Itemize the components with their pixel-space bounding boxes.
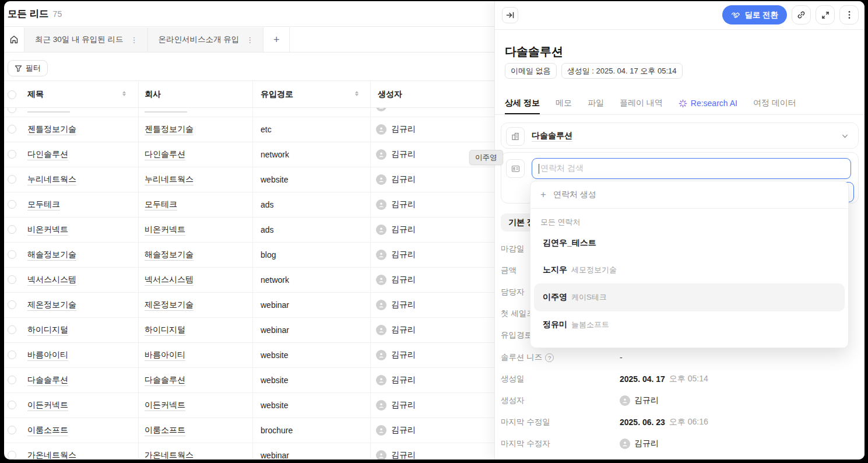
row-checkbox[interactable]	[8, 225, 16, 234]
table-row[interactable]: 다인솔루션다인솔루션network김규리	[4, 142, 529, 167]
contact-option-highlighted[interactable]: 이주영 케이S테크	[534, 283, 845, 311]
table-row[interactable]: 하이디지털하이디지털webinar김규리	[4, 318, 529, 343]
column-header-channel[interactable]: 유입경로	[261, 89, 293, 100]
tab-journey-data[interactable]: 여정 데이터	[753, 92, 796, 114]
copy-link-button[interactable]	[792, 5, 811, 24]
table-row[interactable]: 모두테크모두테크ads김규리	[4, 192, 529, 218]
create-contact-option[interactable]: + 연락처 생성	[530, 181, 848, 209]
table-row[interactable]: 가온네트웍스가온네트웍스webinar김규리	[4, 443, 529, 460]
lead-company-link[interactable]: 모두테크	[145, 199, 177, 209]
sort-icon[interactable]	[122, 91, 126, 96]
lead-title-link[interactable]: 비온커넥트	[27, 225, 68, 234]
tab-research-ai[interactable]: Re:search AI	[679, 92, 737, 114]
lead-title-link[interactable]: 가온네트웍스	[27, 450, 76, 460]
lead-company-link[interactable]: 넥서스시스템	[145, 275, 194, 284]
table-row-clipped[interactable]	[4, 108, 529, 117]
lead-company-link[interactable]: 제온정보기술	[145, 300, 194, 309]
lead-company-link[interactable]: 비온커넥트	[145, 225, 185, 234]
add-view-button[interactable]: +	[263, 27, 290, 52]
lead-company-link[interactable]: 젠틀정보기술	[145, 124, 194, 134]
column-header-title[interactable]: 제목	[27, 89, 44, 100]
row-checkbox[interactable]	[8, 275, 16, 284]
lead-title-link[interactable]: 다솔솔루션	[27, 375, 68, 384]
lead-title-link[interactable]: 하이디지털	[27, 325, 68, 334]
lead-channel: etc	[261, 125, 272, 134]
row-checkbox[interactable]	[8, 350, 16, 359]
expand-button[interactable]	[816, 5, 835, 24]
field-label: 생성일	[501, 374, 620, 384]
lead-title-link[interactable]: 누리네트웍스	[27, 174, 76, 184]
convert-to-deal-button[interactable]: 딜로 전환	[722, 5, 787, 24]
table-row[interactable]: 이룸소프트이룸소프트brochure김규리	[4, 418, 529, 443]
view-tab-recent-leads[interactable]: 최근 30일 내 유입된 리드 ⋮	[24, 27, 148, 52]
lead-company-link[interactable]: 하이디지털	[145, 325, 185, 334]
tab-play-history[interactable]: 플레이 내역	[620, 92, 663, 114]
row-checkbox[interactable]	[8, 150, 16, 159]
view-tab-label: 최근 30일 내 유입된 리드	[35, 34, 124, 45]
tab-details[interactable]: 상세 정보	[505, 92, 540, 114]
tab-files[interactable]: 파일	[588, 92, 604, 114]
table-row[interactable]: 바름아이티바름아이티website김규리	[4, 343, 529, 368]
lead-company-link[interactable]: 가온네트웍스	[145, 450, 194, 460]
home-view-tab[interactable]	[4, 27, 24, 52]
contact-option[interactable]: 노지우 세모정보기술	[530, 257, 848, 283]
contact-search-input[interactable]: 연락처 검색	[532, 158, 851, 179]
help-icon[interactable]: ?	[545, 353, 554, 362]
lead-company-link[interactable]: 다인솔루션	[145, 149, 185, 159]
row-checkbox[interactable]	[8, 250, 16, 259]
row-checkbox[interactable]	[8, 175, 16, 184]
lead-title-link[interactable]: 넥서스시스템	[27, 275, 76, 284]
table-row[interactable]: 다솔솔루션다솔솔루션website김규리	[4, 368, 529, 393]
lead-company-link[interactable]: 이룸소프트	[145, 425, 185, 434]
list-header: 모든 리드 75	[4, 1, 494, 27]
row-checkbox[interactable]	[8, 451, 16, 460]
row-checkbox[interactable]	[8, 325, 16, 334]
row-checkbox[interactable]	[8, 108, 16, 113]
table-row[interactable]: 누리네트웍스누리네트웍스website김규리	[4, 167, 529, 192]
lead-title-link[interactable]: 바름아이티	[27, 350, 68, 359]
tab-memo[interactable]: 메모	[556, 92, 572, 114]
row-checkbox[interactable]	[8, 376, 16, 384]
sort-icon[interactable]	[355, 91, 359, 96]
view-tab-menu-icon[interactable]: ⋮	[245, 36, 255, 44]
row-checkbox[interactable]	[8, 200, 16, 209]
row-checkbox[interactable]	[8, 401, 16, 409]
column-header-company[interactable]: 회사	[145, 89, 161, 100]
view-tab-online-service[interactable]: 온라인서비스소개 유입 ⋮	[148, 27, 264, 52]
lead-title-link[interactable]: 해솔정보기술	[27, 250, 76, 259]
filter-button[interactable]: 필터	[8, 60, 48, 76]
chevron-down-icon[interactable]	[841, 132, 849, 140]
lead-title-link[interactable]: 모두테크	[27, 199, 60, 209]
contact-option[interactable]: 정유미 늘봄소프트	[530, 311, 848, 338]
table-row[interactable]: 해솔정보기술해솔정보기술blog김규리	[4, 243, 529, 268]
lead-company-link[interactable]: 이든커넥트	[145, 400, 185, 409]
table-row[interactable]: 젠틀정보기술젠틀정보기술etc김규리	[4, 117, 529, 142]
lead-title-link[interactable]: 다인솔루션	[27, 149, 68, 159]
table-row[interactable]: 제온정보기술제온정보기술webinar김규리	[4, 293, 529, 318]
table-row[interactable]: 비온커넥트비온커넥트ads김규리	[4, 218, 529, 243]
lead-company-link[interactable]: 누리네트웍스	[145, 174, 194, 184]
lead-title-link[interactable]: 젠틀정보기술	[27, 124, 76, 134]
lead-title-link[interactable]: 이룸소프트	[27, 425, 68, 434]
row-checkbox[interactable]	[8, 426, 16, 434]
row-checkbox[interactable]	[8, 125, 16, 134]
more-actions-button[interactable]	[839, 5, 859, 24]
select-all-checkbox[interactable]	[8, 90, 16, 99]
lead-creator: 김규리	[391, 199, 416, 210]
lead-company-link[interactable]: 바름아이티	[145, 350, 185, 359]
view-tab-menu-icon[interactable]: ⋮	[129, 36, 139, 44]
lead-company-link[interactable]: 다솔솔루션	[145, 375, 185, 384]
row-checkbox[interactable]	[8, 300, 16, 309]
lead-company-link[interactable]: 해솔정보기술	[145, 250, 194, 259]
company-row-card[interactable]: 다솔솔루션	[501, 122, 859, 149]
company-link[interactable]: 다솔솔루션	[532, 131, 572, 141]
table-row[interactable]: 이든커넥트이든커넥트website김규리	[4, 393, 529, 418]
collapse-panel-button[interactable]	[502, 7, 518, 23]
field-value: -	[620, 353, 623, 362]
column-header-creator[interactable]: 생성자	[378, 89, 402, 100]
contact-option[interactable]: 김연우_테스트	[530, 230, 848, 257]
table-row[interactable]: 넥서스시스템넥서스시스템network김규리	[4, 268, 529, 293]
contact-name: 이주영	[543, 292, 567, 303]
lead-title-link[interactable]: 제온정보기술	[27, 300, 76, 309]
lead-title-link[interactable]: 이든커넥트	[27, 400, 68, 409]
